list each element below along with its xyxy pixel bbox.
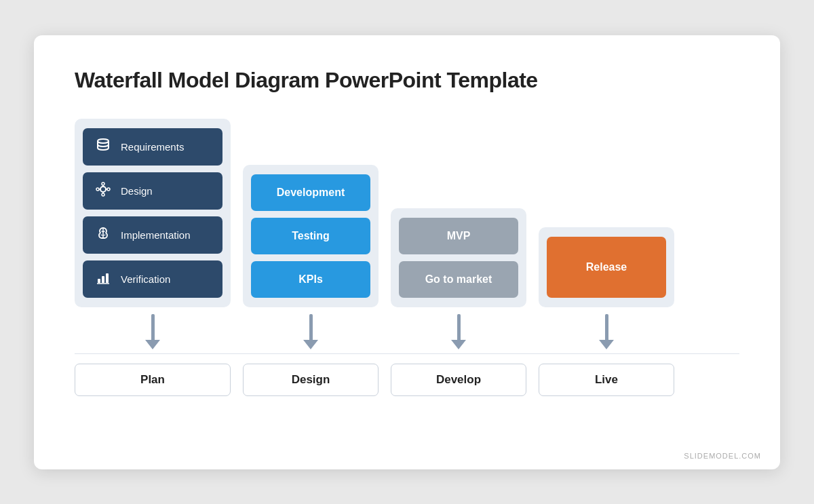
plan-item-design: Design [83, 172, 222, 210]
svg-rect-12 [102, 276, 104, 283]
watermark: SLIDEMODEL.COM [684, 452, 761, 460]
plan-item-implementation-label: Implementation [121, 229, 191, 241]
plan-item-requirements-label: Requirements [121, 141, 184, 153]
svg-point-5 [107, 188, 110, 191]
arrow-down-develop [451, 314, 466, 349]
svg-point-3 [102, 193, 104, 196]
col-plan: Requirements [75, 119, 231, 307]
arrow-shaft [605, 314, 608, 340]
svg-point-2 [102, 182, 104, 185]
label-develop: Develop [391, 364, 526, 396]
design-icon [94, 181, 113, 201]
arrow-down-live [599, 314, 614, 349]
col-live: Release [539, 227, 674, 307]
labels-row: Plan Design Develop Live [75, 353, 739, 396]
develop-item-mvp: MVP [399, 218, 518, 254]
design-item-testing: Testing [251, 218, 370, 254]
arrows-row [75, 307, 739, 351]
svg-point-0 [98, 139, 109, 143]
arrow-shaft [309, 314, 313, 340]
plan-item-verification-label: Verification [121, 273, 170, 285]
arrow-down-design [303, 314, 318, 349]
design-item-development: Development [251, 174, 370, 211]
design-box: Development Testing KPIs [243, 165, 379, 307]
chart-icon [94, 269, 113, 289]
col-design: Development Testing KPIs [243, 165, 379, 307]
slide-title: Waterfall Model Diagram PowerPoint Templ… [75, 68, 739, 93]
arrow-down-plan [145, 314, 160, 349]
arrow-live [539, 307, 674, 351]
diagram-area: Requirements [75, 119, 739, 396]
plan-item-design-label: Design [121, 185, 153, 197]
label-plan: Plan [75, 364, 231, 396]
svg-point-1 [100, 187, 106, 192]
arrow-head [599, 340, 614, 349]
arrow-shaft [151, 314, 155, 340]
label-live: Live [539, 364, 674, 396]
arrow-design [243, 307, 379, 351]
arrow-head [145, 340, 160, 349]
brain-icon [94, 225, 113, 245]
arrow-head [303, 340, 318, 349]
plan-item-requirements: Requirements [83, 128, 222, 166]
col-develop: MVP Go to market [391, 208, 526, 307]
label-design: Design [243, 364, 379, 396]
columns-row: Requirements [75, 119, 739, 307]
plan-item-implementation: Implementation [83, 216, 222, 254]
plan-item-verification: Verification [83, 260, 222, 298]
slide: Waterfall Model Diagram PowerPoint Templ… [34, 35, 780, 469]
svg-rect-13 [106, 273, 109, 283]
svg-rect-11 [98, 279, 100, 283]
plan-box: Requirements [75, 119, 231, 307]
design-item-kpis: KPIs [251, 261, 370, 298]
develop-box: MVP Go to market [391, 208, 526, 307]
arrow-develop [391, 307, 526, 351]
develop-item-go-to-market: Go to market [399, 261, 518, 298]
arrow-shaft [457, 314, 461, 340]
arrow-plan [75, 307, 231, 351]
live-item-release: Release [547, 237, 666, 298]
svg-point-4 [96, 188, 99, 191]
database-icon [94, 137, 113, 157]
arrow-head [451, 340, 466, 349]
live-box: Release [539, 227, 674, 307]
